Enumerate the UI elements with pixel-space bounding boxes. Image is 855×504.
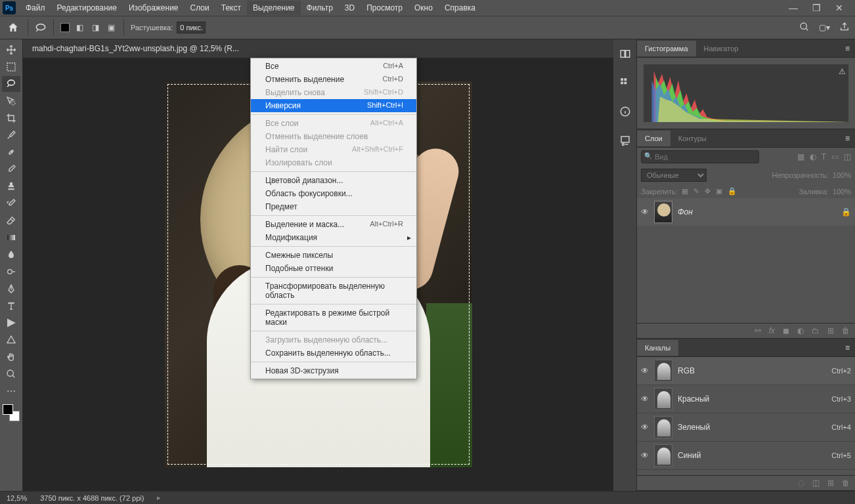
color-swatches[interactable]: [3, 404, 20, 421]
menu-9[interactable]: Окно: [408, 1, 439, 15]
swatches-dock-icon[interactable]: [617, 75, 633, 91]
filter-text-icon[interactable]: T: [822, 152, 826, 161]
menu-2[interactable]: Изображение: [123, 1, 185, 15]
group-icon[interactable]: 🗀: [812, 326, 820, 335]
tab-histogram[interactable]: Гистограмма: [637, 41, 696, 56]
healing-tool[interactable]: [2, 144, 20, 160]
quick-select-tool[interactable]: [2, 93, 20, 109]
menu-8[interactable]: Просмотр: [361, 1, 408, 15]
menu-5[interactable]: Выделение: [247, 1, 301, 15]
path-tool[interactable]: [2, 315, 20, 331]
channel-row[interactable]: 👁RGBCtrl+2: [637, 357, 855, 385]
visibility-icon[interactable]: 👁: [641, 423, 649, 432]
menu-item[interactable]: ИнверсияShift+Ctrl+I: [251, 99, 416, 112]
menu-item[interactable]: Отменить выделениеCtrl+D: [251, 73, 416, 86]
warning-icon[interactable]: ⚠: [839, 67, 846, 76]
selection-add-icon[interactable]: ◧: [74, 22, 85, 33]
menu-item[interactable]: Трансформировать выделенную область: [251, 280, 416, 302]
gradient-tool[interactable]: [2, 230, 20, 245]
stamp-tool[interactable]: [2, 178, 20, 194]
menu-item[interactable]: ВсеCtrl+A: [251, 60, 416, 73]
tab-channels[interactable]: Каналы: [637, 340, 678, 356]
zoom-tool[interactable]: [2, 366, 20, 382]
selection-new-icon[interactable]: [60, 23, 70, 32]
new-layer-icon[interactable]: ⊞: [827, 326, 834, 335]
opacity-value[interactable]: 100%: [833, 171, 851, 179]
panel-menu-icon[interactable]: ≡: [840, 44, 855, 53]
layer-search[interactable]: [641, 150, 759, 163]
lock-position-icon[interactable]: ✥: [705, 187, 711, 196]
menu-item[interactable]: Подобные оттенки: [251, 262, 416, 275]
menu-item[interactable]: Цветовой диапазон...: [251, 174, 416, 187]
channel-row[interactable]: 👁ЗеленыйCtrl+4: [637, 413, 855, 442]
lock-icon[interactable]: 🔒: [841, 207, 851, 217]
tab-paths[interactable]: Контуры: [670, 131, 714, 146]
zoom-level[interactable]: 12,5%: [7, 494, 27, 502]
menu-6[interactable]: Фильтр: [301, 1, 339, 15]
visibility-icon[interactable]: 👁: [641, 394, 649, 404]
crop-tool[interactable]: [2, 110, 20, 126]
menu-3[interactable]: Слои: [185, 1, 215, 15]
filter-adjust-icon[interactable]: ◐: [810, 152, 816, 161]
link-icon[interactable]: ⚯: [755, 326, 761, 335]
hand-tool[interactable]: [2, 349, 20, 365]
menu-item[interactable]: Выделение и маска...Alt+Ctrl+R: [251, 218, 416, 231]
edit-toolbar[interactable]: ⋯: [2, 383, 20, 399]
channel-row[interactable]: 👁КрасныйCtrl+3: [637, 385, 855, 413]
delete-channel-icon[interactable]: 🗑: [842, 478, 850, 488]
fx-icon[interactable]: fx: [769, 326, 775, 335]
menu-4[interactable]: Текст: [215, 1, 247, 15]
lock-nested-icon[interactable]: ▣: [716, 187, 722, 196]
menu-item[interactable]: Смежные пикселы: [251, 249, 416, 262]
new-channel-icon[interactable]: ⊞: [827, 478, 834, 488]
lasso-tool[interactable]: [2, 76, 20, 92]
save-selection-icon[interactable]: ◫: [812, 478, 820, 488]
text-tool[interactable]: [2, 298, 20, 314]
search-icon[interactable]: [799, 22, 810, 34]
selection-subtract-icon[interactable]: ◨: [89, 22, 101, 33]
layer-name[interactable]: Фон: [678, 207, 693, 217]
history-brush-tool[interactable]: [2, 196, 20, 211]
panel-menu-icon[interactable]: ≡: [840, 134, 855, 143]
eraser-tool[interactable]: [2, 213, 20, 228]
fill-value[interactable]: 100%: [833, 188, 851, 196]
visibility-icon[interactable]: 👁: [641, 207, 649, 217]
filter-pixel-icon[interactable]: ▦: [797, 152, 804, 161]
home-icon[interactable]: [5, 20, 21, 35]
lock-image-icon[interactable]: ✎: [693, 187, 699, 196]
delete-icon[interactable]: 🗑: [842, 326, 850, 335]
menu-item[interactable]: Область фокусировки...: [251, 187, 416, 200]
tab-navigator[interactable]: Навигатор: [696, 41, 747, 56]
move-tool[interactable]: [2, 42, 20, 58]
restore-button[interactable]: ❐: [812, 3, 821, 13]
menu-7[interactable]: 3D: [339, 1, 361, 15]
adjustment-icon[interactable]: ◐: [797, 326, 804, 335]
menu-10[interactable]: Справка: [439, 1, 481, 15]
dodge-tool[interactable]: [2, 264, 20, 280]
layer-row[interactable]: 👁 Фон 🔒: [637, 198, 855, 226]
mask-icon[interactable]: ◼: [783, 326, 789, 335]
blend-mode-select[interactable]: Обычные: [641, 169, 707, 182]
document-tab[interactable]: mahdi-chaghari-BG1s_JYt2ww-unsplash.jpg …: [23, 39, 613, 58]
lasso-tool-icon[interactable]: [35, 22, 47, 33]
workspace-icon[interactable]: ▢▾: [819, 23, 830, 32]
minimize-button[interactable]: —: [789, 3, 798, 13]
canvas-viewport[interactable]: ВсеCtrl+AОтменить выделениеCtrl+DВыделит…: [23, 58, 613, 491]
properties-dock-icon[interactable]: [617, 133, 633, 148]
menu-item[interactable]: Модификация: [251, 231, 416, 244]
menu-item[interactable]: Редактировать в режиме быстрой маски: [251, 306, 416, 329]
marquee-tool[interactable]: [2, 59, 20, 75]
filter-shape-icon[interactable]: ▭: [831, 152, 839, 161]
color-dock-icon[interactable]: [617, 46, 633, 62]
filter-smart-icon[interactable]: ◫: [844, 152, 851, 161]
pen-tool[interactable]: [2, 281, 20, 297]
lock-transparent-icon[interactable]: ▦: [682, 187, 688, 196]
menu-0[interactable]: Файл: [20, 1, 51, 15]
selection-intersect-icon[interactable]: ▣: [105, 22, 117, 33]
menu-item[interactable]: Сохранить выделенную область...: [251, 346, 416, 360]
eyedropper-tool[interactable]: [2, 127, 20, 143]
channel-row[interactable]: 👁СинийCtrl+5: [637, 442, 855, 470]
tab-layers[interactable]: Слои: [637, 131, 670, 146]
menu-item[interactable]: Предмет: [251, 200, 416, 213]
share-icon[interactable]: [839, 22, 850, 34]
